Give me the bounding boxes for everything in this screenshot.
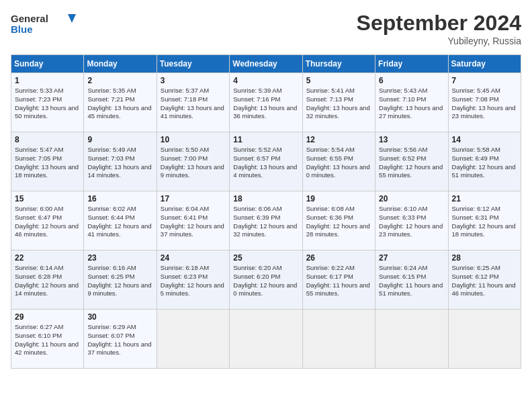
cell-info: Sunrise: 5:49 AMSunset: 7:03 PMDaylight:… — [87, 146, 152, 180]
svg-marker-2 — [68, 14, 76, 23]
day-number: 13 — [379, 135, 444, 144]
cell-info: Sunrise: 6:22 AMSunset: 6:17 PMDaylight:… — [306, 264, 371, 298]
day-number: 21 — [452, 194, 517, 203]
calendar-cell: 23Sunrise: 6:16 AMSunset: 6:25 PMDayligh… — [84, 250, 157, 310]
day-number: 9 — [87, 135, 152, 144]
cell-info: Sunrise: 6:12 AMSunset: 6:31 PMDaylight:… — [452, 205, 517, 239]
cell-info: Sunrise: 5:54 AMSunset: 6:55 PMDaylight:… — [306, 146, 371, 180]
cell-info: Sunrise: 5:56 AMSunset: 6:52 PMDaylight:… — [379, 146, 444, 180]
day-number: 4 — [233, 76, 298, 85]
calendar-cell: 1Sunrise: 5:33 AMSunset: 7:23 PMDaylight… — [11, 73, 84, 132]
calendar-table: SundayMondayTuesdayWednesdayThursdayFrid… — [11, 54, 521, 369]
day-number: 15 — [15, 194, 80, 203]
calendar-cell: 29Sunrise: 6:27 AMSunset: 6:10 PMDayligh… — [11, 310, 84, 369]
calendar-cell: 3Sunrise: 5:37 AMSunset: 7:18 PMDaylight… — [157, 73, 229, 132]
calendar-cell: 22Sunrise: 6:14 AMSunset: 6:28 PMDayligh… — [11, 250, 84, 310]
cell-info: Sunrise: 6:24 AMSunset: 6:15 PMDaylight:… — [379, 264, 444, 298]
cell-info: Sunrise: 6:06 AMSunset: 6:39 PMDaylight:… — [233, 205, 298, 239]
calendar-cell — [375, 310, 448, 369]
calendar-cell: 6Sunrise: 5:43 AMSunset: 7:10 PMDaylight… — [375, 73, 448, 132]
day-number: 20 — [379, 194, 444, 203]
day-number: 19 — [306, 194, 371, 203]
day-number: 25 — [233, 253, 298, 263]
cell-info: Sunrise: 6:27 AMSunset: 6:10 PMDaylight:… — [15, 323, 80, 357]
day-number: 24 — [161, 253, 226, 263]
day-number: 26 — [306, 253, 371, 263]
day-number: 30 — [87, 312, 152, 322]
calendar-cell: 25Sunrise: 6:20 AMSunset: 6:20 PMDayligh… — [230, 250, 302, 310]
day-number: 14 — [452, 135, 517, 144]
day-header-wednesday: Wednesday — [230, 55, 302, 73]
calendar-cell: 5Sunrise: 5:41 AMSunset: 7:13 PMDaylight… — [302, 73, 375, 132]
svg-text:General: General — [11, 13, 48, 24]
page-header: General Blue September 2024 Yubileyny, R… — [11, 11, 521, 46]
cell-info: Sunrise: 6:04 AMSunset: 6:41 PMDaylight:… — [161, 205, 226, 239]
cell-info: Sunrise: 6:00 AMSunset: 6:47 PMDaylight:… — [15, 205, 80, 239]
calendar-cell: 19Sunrise: 6:08 AMSunset: 6:36 PMDayligh… — [302, 191, 375, 250]
cell-info: Sunrise: 6:29 AMSunset: 6:07 PMDaylight:… — [87, 323, 152, 357]
day-number: 5 — [306, 76, 371, 85]
day-number: 2 — [87, 76, 152, 85]
calendar-cell: 20Sunrise: 6:10 AMSunset: 6:33 PMDayligh… — [375, 191, 448, 250]
calendar-cell: 8Sunrise: 5:47 AMSunset: 7:05 PMDaylight… — [11, 132, 84, 191]
calendar-cell: 26Sunrise: 6:22 AMSunset: 6:17 PMDayligh… — [302, 250, 375, 310]
calendar-cell: 7Sunrise: 5:45 AMSunset: 7:08 PMDaylight… — [448, 73, 521, 132]
calendar-cell: 10Sunrise: 5:50 AMSunset: 7:00 PMDayligh… — [157, 132, 229, 191]
month-year-title: September 2024 — [357, 11, 521, 36]
day-number: 23 — [87, 253, 152, 263]
calendar-cell: 21Sunrise: 6:12 AMSunset: 6:31 PMDayligh… — [448, 191, 521, 250]
cell-info: Sunrise: 5:33 AMSunset: 7:23 PMDaylight:… — [15, 87, 80, 121]
calendar-cell: 15Sunrise: 6:00 AMSunset: 6:47 PMDayligh… — [11, 191, 84, 250]
calendar-cell: 28Sunrise: 6:25 AMSunset: 6:12 PMDayligh… — [448, 250, 521, 310]
cell-info: Sunrise: 6:10 AMSunset: 6:33 PMDaylight:… — [379, 205, 444, 239]
cell-info: Sunrise: 5:47 AMSunset: 7:05 PMDaylight:… — [15, 146, 80, 180]
calendar-cell — [302, 310, 375, 369]
day-header-thursday: Thursday — [302, 55, 375, 73]
logo: General Blue — [11, 11, 78, 38]
title-block: September 2024 Yubileyny, Russia — [357, 11, 521, 46]
calendar-cell: 16Sunrise: 6:02 AMSunset: 6:44 PMDayligh… — [84, 191, 157, 250]
day-header-saturday: Saturday — [448, 55, 521, 73]
cell-info: Sunrise: 5:58 AMSunset: 6:49 PMDaylight:… — [452, 146, 517, 180]
cell-info: Sunrise: 6:16 AMSunset: 6:25 PMDaylight:… — [87, 264, 152, 298]
day-header-tuesday: Tuesday — [157, 55, 229, 73]
day-number: 1 — [15, 76, 80, 85]
cell-info: Sunrise: 6:08 AMSunset: 6:36 PMDaylight:… — [306, 205, 371, 239]
cell-info: Sunrise: 5:35 AMSunset: 7:21 PMDaylight:… — [87, 87, 152, 121]
calendar-cell — [230, 310, 302, 369]
cell-info: Sunrise: 6:18 AMSunset: 6:23 PMDaylight:… — [161, 264, 226, 298]
calendar-cell: 24Sunrise: 6:18 AMSunset: 6:23 PMDayligh… — [157, 250, 229, 310]
calendar-cell: 14Sunrise: 5:58 AMSunset: 6:49 PMDayligh… — [448, 132, 521, 191]
day-number: 28 — [452, 253, 517, 263]
calendar-cell: 12Sunrise: 5:54 AMSunset: 6:55 PMDayligh… — [302, 132, 375, 191]
cell-info: Sunrise: 5:50 AMSunset: 7:00 PMDaylight:… — [161, 146, 226, 180]
calendar-cell: 9Sunrise: 5:49 AMSunset: 7:03 PMDaylight… — [84, 132, 157, 191]
calendar-cell: 17Sunrise: 6:04 AMSunset: 6:41 PMDayligh… — [157, 191, 229, 250]
day-header-sunday: Sunday — [11, 55, 84, 73]
day-header-monday: Monday — [84, 55, 157, 73]
cell-info: Sunrise: 6:14 AMSunset: 6:28 PMDaylight:… — [15, 264, 80, 298]
calendar-cell — [448, 310, 521, 369]
cell-info: Sunrise: 6:02 AMSunset: 6:44 PMDaylight:… — [87, 205, 152, 239]
cell-info: Sunrise: 5:37 AMSunset: 7:18 PMDaylight:… — [161, 87, 226, 121]
day-number: 22 — [15, 253, 80, 263]
day-number: 11 — [233, 135, 298, 144]
day-number: 6 — [379, 76, 444, 85]
location-subtitle: Yubileyny, Russia — [357, 36, 521, 46]
day-number: 12 — [306, 135, 371, 144]
cell-info: Sunrise: 6:20 AMSunset: 6:20 PMDaylight:… — [233, 264, 298, 298]
day-number: 3 — [161, 76, 226, 85]
cell-info: Sunrise: 6:25 AMSunset: 6:12 PMDaylight:… — [452, 264, 517, 298]
calendar-cell: 18Sunrise: 6:06 AMSunset: 6:39 PMDayligh… — [230, 191, 302, 250]
day-number: 27 — [379, 253, 444, 263]
cell-info: Sunrise: 5:41 AMSunset: 7:13 PMDaylight:… — [306, 87, 371, 121]
calendar-cell: 2Sunrise: 5:35 AMSunset: 7:21 PMDaylight… — [84, 73, 157, 132]
day-number: 10 — [161, 135, 226, 144]
day-number: 16 — [87, 194, 152, 203]
day-number: 18 — [233, 194, 298, 203]
cell-info: Sunrise: 5:39 AMSunset: 7:16 PMDaylight:… — [233, 87, 298, 121]
calendar-cell: 11Sunrise: 5:52 AMSunset: 6:57 PMDayligh… — [230, 132, 302, 191]
cell-info: Sunrise: 5:43 AMSunset: 7:10 PMDaylight:… — [379, 87, 444, 121]
day-number: 7 — [452, 76, 517, 85]
svg-text:Blue: Blue — [11, 24, 33, 35]
